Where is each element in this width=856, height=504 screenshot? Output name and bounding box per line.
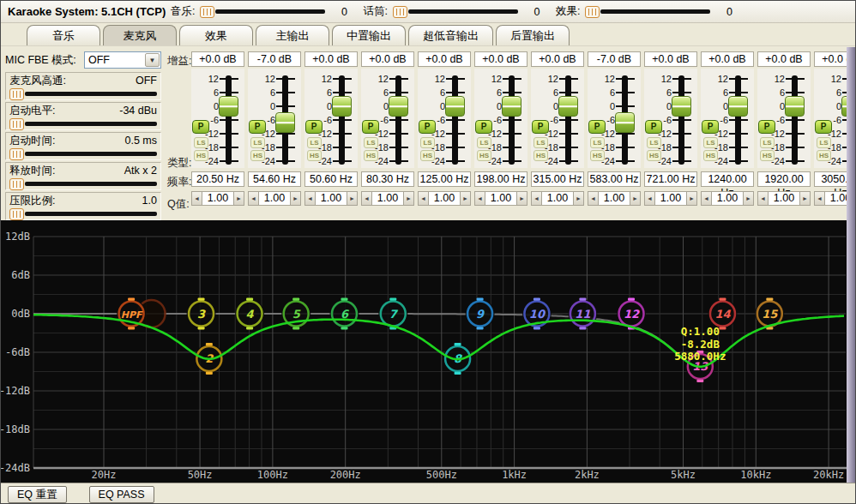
band-7-lowshelf-button[interactable]: LS	[533, 137, 548, 148]
band-5-slider-track[interactable]	[452, 75, 458, 165]
tab-effect[interactable]: 效果	[179, 25, 253, 45]
band-1-q-value[interactable]: 1.00	[202, 191, 233, 206]
band-2-peak-button[interactable]: P	[249, 120, 266, 134]
tab-subwoofer-output[interactable]: 超低音输出	[408, 25, 493, 45]
band-4-lowshelf-button[interactable]: LS	[364, 137, 378, 148]
band-5-highshelf-button[interactable]: HS	[420, 150, 435, 161]
q-decrement-arrow-icon[interactable]: ◄	[248, 191, 259, 206]
q-increment-arrow-icon[interactable]: ►	[403, 191, 414, 206]
eq-point-11[interactable]: 11	[568, 298, 597, 330]
band-5-q-value[interactable]: 1.00	[429, 191, 460, 206]
q-decrement-arrow-icon[interactable]: ◄	[531, 191, 542, 206]
band-3-highshelf-button[interactable]: HS	[307, 150, 322, 161]
q-decrement-arrow-icon[interactable]: ◄	[588, 191, 599, 206]
band-6-peak-button[interactable]: P	[475, 120, 492, 134]
param-slider-track[interactable]	[25, 212, 157, 216]
band-1-gain-display[interactable]: +0.0 dB	[191, 51, 244, 67]
band-11-slider-track[interactable]	[792, 75, 798, 165]
band-10-freq-display[interactable]: 1240.00 Hz	[701, 171, 754, 187]
band-10-highshelf-button[interactable]: HS	[703, 150, 718, 161]
eq-reset-button[interactable]: EQ 重置	[8, 486, 67, 503]
eq-point-6[interactable]: 6	[329, 298, 359, 330]
band-4-highshelf-button[interactable]: HS	[364, 150, 378, 161]
band-7-q-value[interactable]: 1.00	[542, 191, 573, 206]
q-decrement-arrow-icon[interactable]: ◄	[304, 191, 316, 206]
q-decrement-arrow-icon[interactable]: ◄	[191, 191, 202, 206]
band-5-peak-button[interactable]: P	[419, 120, 436, 134]
band-3-freq-display[interactable]: 50.60 Hz	[304, 171, 358, 187]
param-slider-track[interactable]	[25, 182, 157, 186]
band-4-gain-display[interactable]: +0.0 dB	[361, 51, 414, 67]
tab-main-output[interactable]: 主输出	[256, 25, 329, 45]
q-increment-arrow-icon[interactable]: ►	[630, 191, 641, 206]
param-slider-track[interactable]	[25, 152, 157, 156]
q-decrement-arrow-icon[interactable]: ◄	[418, 191, 429, 206]
tab-rear-output[interactable]: 后置输出	[496, 25, 570, 45]
q-increment-arrow-icon[interactable]: ►	[686, 191, 697, 206]
q-increment-arrow-icon[interactable]: ►	[743, 191, 754, 206]
eq-pass-button[interactable]: EQ PASS	[89, 486, 154, 503]
band-10-slider-handle[interactable]	[728, 96, 748, 117]
band-6-slider-handle[interactable]	[502, 96, 521, 117]
window-right-edge-scrollbar[interactable]	[847, 47, 855, 483]
band-4-slider-track[interactable]	[395, 75, 401, 165]
band-10-q-value[interactable]: 1.00	[712, 191, 743, 206]
band-2-gain-display[interactable]: -7.0 dB	[248, 51, 301, 67]
param-slider-handle[interactable]	[9, 208, 24, 220]
q-increment-arrow-icon[interactable]: ►	[233, 191, 244, 206]
band-9-slider-track[interactable]	[678, 75, 684, 165]
param-slider-handle[interactable]	[9, 178, 24, 190]
band-6-slider-track[interactable]	[509, 75, 515, 165]
band-10-slider-track[interactable]	[735, 75, 741, 165]
band-10-gain-slider[interactable]: 1260-6-12-18-24PLSHS	[701, 69, 754, 168]
band-4-peak-button[interactable]: P	[362, 120, 379, 134]
band-6-freq-display[interactable]: 198.00 Hz	[474, 171, 527, 187]
band-9-gain-slider[interactable]: 1260-6-12-18-24PLSHS	[644, 69, 697, 168]
band-7-peak-button[interactable]: P	[532, 120, 549, 134]
band-10-peak-button[interactable]: P	[702, 120, 719, 134]
band-6-q-value[interactable]: 1.00	[485, 191, 516, 206]
band-11-gain-display[interactable]: +0.0 dB	[757, 51, 811, 67]
param-slider-handle[interactable]	[9, 118, 24, 130]
q-increment-arrow-icon[interactable]: ►	[347, 191, 358, 206]
q-decrement-arrow-icon[interactable]: ◄	[814, 191, 825, 206]
band-9-freq-display[interactable]: 721.00 Hz	[644, 171, 697, 187]
band-6-gain-slider[interactable]: 1260-6-12-18-24PLSHS	[474, 69, 527, 168]
band-10-gain-display[interactable]: +0.0 dB	[701, 51, 754, 67]
band-1-freq-display[interactable]: 20.50 Hz	[191, 171, 244, 187]
band-2-gain-slider[interactable]: 1260-6-12-18-24PLSHS	[248, 69, 301, 168]
band-3-gain-display[interactable]: +0.0 dB	[304, 51, 358, 67]
band-8-freq-display[interactable]: 583.00 Hz	[588, 171, 641, 187]
param-mic-highpass-slider[interactable]	[9, 87, 157, 100]
band-9-lowshelf-button[interactable]: LS	[647, 137, 661, 148]
band-4-slider-handle[interactable]	[389, 96, 408, 117]
band-5-freq-display[interactable]: 125.00 Hz	[418, 171, 471, 187]
param-limit-ratio-slider[interactable]	[9, 207, 157, 220]
q-decrement-arrow-icon[interactable]: ◄	[701, 191, 712, 206]
band-9-q-value[interactable]: 1.00	[655, 191, 686, 206]
band-7-gain-display[interactable]: +0.0 dB	[531, 51, 584, 67]
band-3-peak-button[interactable]: P	[305, 120, 323, 134]
param-attack-level-slider[interactable]	[9, 117, 157, 130]
band-2-q-value[interactable]: 1.00	[259, 191, 290, 206]
band-3-slider-track[interactable]	[339, 75, 345, 165]
band-1-slider-track[interactable]	[226, 75, 232, 165]
band-10-lowshelf-button[interactable]: LS	[703, 137, 718, 148]
band-5-slider-handle[interactable]	[445, 96, 465, 117]
band-9-gain-display[interactable]: +0.0 dB	[644, 51, 697, 67]
param-slider-track[interactable]	[25, 122, 157, 126]
band-1-slider-handle[interactable]	[219, 96, 238, 117]
q-decrement-arrow-icon[interactable]: ◄	[644, 191, 655, 206]
eq-point-4[interactable]: 4	[235, 298, 264, 330]
mic-volume-slider-handle[interactable]	[393, 6, 407, 18]
band-1-peak-button[interactable]: P	[192, 120, 209, 134]
music-volume-slider-track[interactable]	[215, 9, 325, 14]
param-release-time-slider[interactable]	[9, 177, 157, 190]
music-volume-slider-handle[interactable]	[200, 6, 214, 18]
band-12-highshelf-button[interactable]: HS	[817, 150, 831, 161]
band-4-freq-display[interactable]: 80.30 Hz	[361, 171, 414, 187]
band-11-freq-display[interactable]: 1920.00 Hz	[757, 171, 811, 187]
band-1-lowshelf-button[interactable]: LS	[194, 137, 208, 148]
tab-music[interactable]: 音乐	[27, 25, 100, 45]
tab-center-output[interactable]: 中置输出	[332, 25, 406, 45]
